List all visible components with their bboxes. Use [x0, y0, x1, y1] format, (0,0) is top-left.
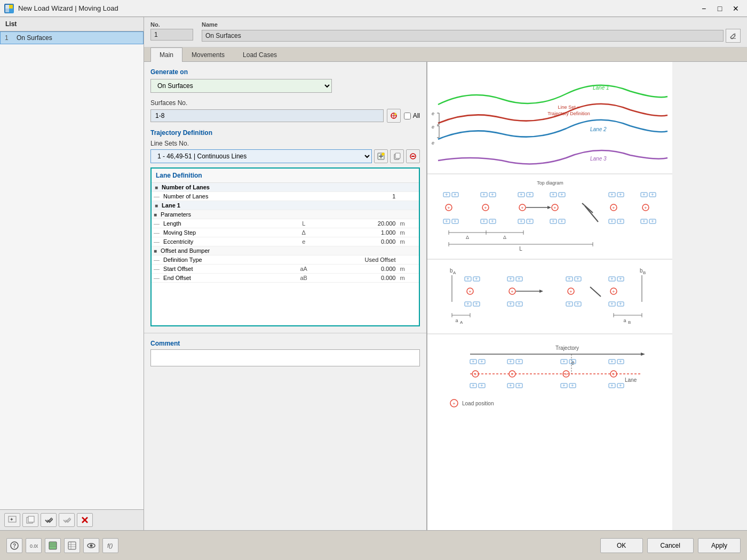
window-title: New Load Wizard | Moving Load: [18, 4, 118, 12]
minimize-button[interactable]: −: [697, 3, 711, 14]
table-row: ■ Parameters: [152, 210, 419, 219]
list-area: 1 On Surfaces: [0, 31, 144, 509]
svg-text:+: +: [619, 192, 622, 197]
svg-text:+: +: [562, 359, 565, 364]
duplicate-button[interactable]: [22, 513, 38, 527]
svg-text:+: +: [484, 205, 487, 211]
eye-button[interactable]: [83, 538, 99, 553]
no-input[interactable]: [150, 29, 193, 41]
svg-text:B: B: [628, 320, 631, 325]
surfaces-pick-button[interactable]: [387, 109, 401, 123]
main-container: List 1 On Surfaces ✦: [0, 17, 747, 560]
help-button[interactable]: ?: [6, 538, 22, 553]
lane-def-table: ■ Number of Lanes: [152, 183, 419, 283]
svg-text:L: L: [519, 246, 522, 252]
collapse-btn-params[interactable]: ■: [154, 212, 157, 218]
svg-text:Lane 2: Lane 2: [590, 126, 607, 132]
generate-on-select[interactable]: On Surfaces: [150, 79, 332, 93]
svg-rect-21: [427, 62, 672, 521]
svg-text:A: A: [460, 320, 463, 325]
svg-text:+: +: [528, 219, 531, 224]
svg-text:+: +: [518, 276, 520, 282]
left-form-panel: Generate on On Surfaces Surfaces No.: [144, 62, 427, 530]
svg-text:+: +: [610, 301, 613, 307]
collapse-btn-offset[interactable]: ■: [154, 248, 157, 254]
line-sets-delete-button[interactable]: [406, 149, 420, 163]
svg-text:+: +: [480, 359, 483, 364]
svg-text:+: +: [610, 359, 613, 364]
app-icon: [4, 4, 14, 13]
svg-text:+: +: [509, 359, 512, 364]
diagram-area: Lane 1 Line Set = Trajectory Definition …: [427, 62, 672, 530]
diagram-svg: Lane 1 Line Set = Trajectory Definition …: [427, 62, 672, 521]
line-sets-copy-button[interactable]: [390, 149, 404, 163]
ok-button[interactable]: OK: [600, 538, 643, 553]
table-row: — Definition Type Used Offset: [152, 255, 419, 265]
svg-text:+: +: [482, 219, 485, 224]
list-item[interactable]: 1 On Surfaces: [0, 31, 144, 44]
svg-text:Top diagram: Top diagram: [537, 180, 563, 186]
all-checkbox[interactable]: [404, 113, 411, 119]
add-item-button[interactable]: ✦: [4, 513, 20, 527]
line-sets-select[interactable]: 1 - 46,49-51 | Continuous Lines: [150, 149, 372, 163]
svg-text:e: e: [432, 124, 434, 130]
name-input[interactable]: [202, 30, 724, 42]
trajectory-title: Trajectory Definition: [150, 129, 420, 137]
table-button[interactable]: [64, 538, 80, 553]
tab-load-cases[interactable]: Load Cases: [234, 47, 286, 62]
svg-text:+: +: [619, 301, 622, 307]
svg-text:+: +: [466, 276, 469, 282]
formula-button[interactable]: f(): [102, 538, 118, 553]
svg-text:+: +: [480, 383, 483, 388]
edit-name-button[interactable]: [726, 29, 741, 43]
svg-text:+: +: [509, 301, 512, 307]
delete-button[interactable]: [77, 513, 93, 527]
bottom-bar: ? 0.00: [0, 530, 747, 560]
svg-text:f(): f(): [107, 542, 113, 549]
line-sets-add-button[interactable]: [374, 149, 388, 163]
list-header: List: [0, 17, 144, 31]
start-offset-label: Start Offset: [163, 266, 193, 272]
svg-text:A: A: [453, 270, 456, 275]
view-button[interactable]: [45, 538, 61, 553]
svg-text:+: +: [562, 383, 565, 388]
no-name-row: No. Name: [144, 17, 747, 47]
svg-text:+: +: [651, 219, 654, 224]
maximize-button[interactable]: □: [713, 3, 727, 14]
collapse-btn-num-lanes[interactable]: ■: [155, 185, 158, 190]
tab-main[interactable]: Main: [150, 47, 182, 62]
number-format-button[interactable]: 0.00: [26, 538, 42, 553]
svg-text:+: +: [445, 192, 448, 197]
right-area: No. Name Main Movements Load C: [144, 17, 747, 530]
uncheck-all-button[interactable]: [59, 513, 75, 527]
list-item-num: 1: [5, 34, 13, 42]
svg-text:+: +: [569, 289, 572, 294]
svg-text:+: +: [445, 219, 448, 224]
cancel-button[interactable]: Cancel: [647, 538, 694, 553]
close-button[interactable]: ✕: [729, 3, 743, 14]
svg-text:a: a: [623, 318, 626, 323]
svg-text:+: +: [454, 219, 456, 224]
svg-text:+: +: [610, 276, 613, 282]
lane1-label: Lane 1: [162, 202, 180, 209]
svg-text:+: +: [619, 383, 622, 388]
list-item-text: On Surfaces: [17, 34, 52, 42]
svg-text:+: +: [466, 301, 469, 307]
surfaces-input[interactable]: [150, 109, 384, 122]
left-toolbar: ✦: [0, 509, 144, 530]
svg-text:+: +: [612, 205, 615, 211]
length-label: Length: [163, 220, 181, 227]
svg-text:+: +: [642, 192, 645, 197]
apply-button[interactable]: Apply: [698, 538, 741, 553]
check-all-button[interactable]: [41, 513, 57, 527]
bottom-right-actions: OK Cancel Apply: [600, 538, 741, 553]
lane-definition-box: Lane Definition ■ Number of Lanes: [150, 167, 420, 326]
svg-text:Trajectory Definition: Trajectory Definition: [547, 111, 590, 116]
svg-text:+: +: [642, 219, 645, 224]
svg-text:+: +: [568, 276, 570, 282]
tab-movements[interactable]: Movements: [182, 47, 234, 62]
comment-input[interactable]: [150, 349, 420, 366]
num-lanes-label: Number of Lanes: [163, 193, 208, 199]
collapse-btn-lane1[interactable]: ■: [155, 203, 158, 209]
svg-text:+: +: [452, 401, 455, 406]
